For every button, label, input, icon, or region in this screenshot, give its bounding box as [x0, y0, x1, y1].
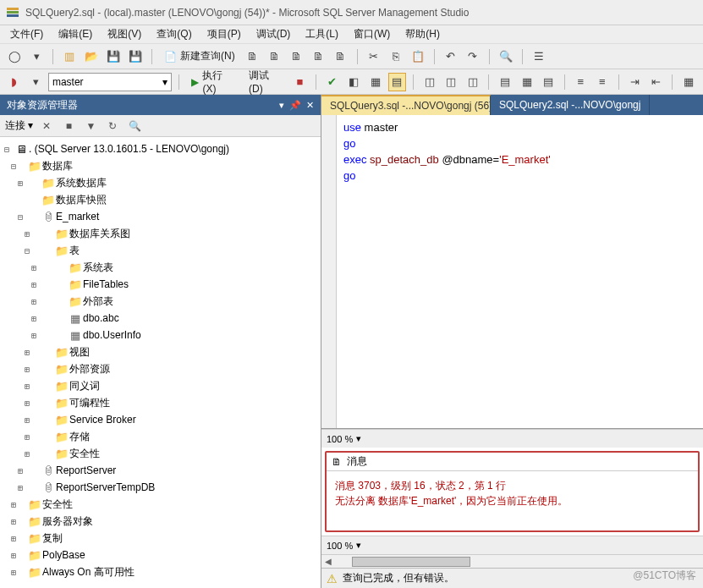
include-live-stats-icon[interactable]: ◫ — [464, 73, 481, 91]
menu-edit[interactable]: 编辑(E) — [52, 25, 99, 43]
code-editor[interactable]: use master go exec sp_detach_db @dbname=… — [321, 115, 703, 429]
save-icon[interactable]: 💾 — [104, 47, 123, 66]
intellisense-icon[interactable]: ▤ — [388, 73, 407, 91]
cut-icon[interactable]: ✂ — [365, 47, 383, 66]
messages-tab[interactable]: 🗎 消息 — [327, 453, 698, 471]
redo-icon[interactable]: ↷ — [464, 47, 482, 66]
debug-button[interactable]: 调试(D) — [244, 73, 288, 91]
results-grid-icon[interactable]: ▦ — [518, 73, 535, 91]
stop-icon[interactable]: ■ — [60, 118, 77, 135]
tree-views[interactable]: ⊞📁视图 — [0, 343, 321, 360]
tree-service-broker[interactable]: ⊞📁Service Broker — [0, 411, 321, 428]
menu-help[interactable]: 帮助(H) — [398, 25, 447, 43]
connect-dropdown[interactable]: 连接 ▾ — [5, 118, 33, 133]
tree-report-server-temp[interactable]: ⊞🛢ReportServerTempDB — [0, 479, 321, 496]
tab-sqlquery3[interactable]: SQLQuery3.sql -...NOVO\gongj (56))* — [321, 95, 491, 115]
specify-values-icon[interactable]: ▦ — [679, 73, 697, 91]
tree-sys-databases[interactable]: ⊞📁系统数据库 — [0, 174, 321, 191]
chevron-down-icon[interactable]: ▾ — [356, 540, 361, 551]
menu-tools[interactable]: 工具(L) — [299, 25, 345, 43]
tree-dbo-userinfo[interactable]: ⊞▦dbo.UserInfo — [0, 327, 321, 343]
menu-debug[interactable]: 调试(D) — [250, 25, 298, 43]
properties-icon[interactable]: ☰ — [530, 47, 548, 66]
tree-server-objects[interactable]: ⊞📁服务器对象 — [0, 513, 321, 530]
refresh-icon[interactable]: ↻ — [104, 118, 121, 135]
menu-view[interactable]: 视图(V) — [101, 25, 148, 43]
dmx-query-icon[interactable]: 🗎 — [310, 47, 328, 66]
results-file-icon[interactable]: ▤ — [539, 73, 557, 91]
object-explorer-title: 对象资源管理器 — [7, 98, 78, 113]
tree-external-tables[interactable]: ⊞📁外部表 — [0, 293, 321, 310]
new-project-icon[interactable]: ▥ — [60, 47, 79, 66]
tree-e-market[interactable]: ⊟🛢E_market — [0, 208, 321, 225]
zoom-value[interactable]: 100 % — [327, 434, 353, 444]
scroll-left-icon[interactable]: ◀ — [321, 557, 335, 566]
dropdown-icon[interactable]: ▾ — [279, 100, 284, 111]
tree-db-snapshots[interactable]: 📁数据库快照 — [0, 191, 321, 208]
tree-synonyms[interactable]: ⊞📁同义词 — [0, 377, 321, 394]
tree-polybase[interactable]: ⊞📁PolyBase — [0, 547, 321, 563]
play-icon: ▶ — [191, 76, 199, 88]
close-icon[interactable]: ✕ — [306, 100, 314, 111]
zoom-value[interactable]: 100 % — [327, 541, 353, 551]
nav-back-icon[interactable]: ◯ — [5, 47, 24, 66]
code-area[interactable]: use master go exec sp_detach_db @dbname=… — [337, 115, 703, 428]
comment-icon[interactable]: ≡ — [572, 73, 590, 91]
paste-icon[interactable]: 📋 — [409, 47, 427, 66]
tree-report-server[interactable]: ⊞🛢ReportServer — [0, 462, 321, 479]
copy-icon[interactable]: ⎘ — [387, 47, 405, 66]
indent-icon[interactable]: ⇥ — [626, 73, 644, 91]
tree-tables[interactable]: ⊟📁表 — [0, 242, 321, 259]
tab-sqlquery2[interactable]: SQLQuery2.sql -...NOVO\gongj — [491, 95, 650, 115]
include-plan-icon[interactable]: ◫ — [420, 73, 438, 91]
undo-icon[interactable]: ↶ — [442, 47, 460, 66]
save-all-icon[interactable]: 💾 — [126, 47, 145, 66]
object-explorer-tree[interactable]: ⊟🖥. (SQL Server 13.0.1601.5 - LENOVO\gon… — [0, 137, 321, 588]
nav-fwd-icon[interactable]: ▾ — [27, 47, 46, 66]
change-connection-icon[interactable]: ◗ — [5, 73, 23, 91]
execute-button[interactable]: ▶ 执行(X) — [186, 73, 240, 91]
tree-databases[interactable]: ⊟📁数据库 — [0, 157, 321, 174]
tree-alwayson[interactable]: ⊞📁Always On 高可用性 — [0, 563, 321, 580]
analysis-query-icon[interactable]: 🗎 — [266, 47, 284, 66]
chevron-down-icon[interactable]: ▾ — [356, 433, 361, 444]
cancel-exec-icon[interactable]: ■ — [291, 73, 309, 91]
menu-query[interactable]: 查询(Q) — [150, 25, 198, 43]
outdent-icon[interactable]: ⇤ — [647, 73, 665, 91]
tree-file-tables[interactable]: ⊞📁FileTables — [0, 276, 321, 293]
parse-icon[interactable]: ✔ — [323, 73, 341, 91]
scroll-thumb[interactable] — [352, 557, 470, 567]
database-combo[interactable]: master ▾ — [48, 73, 173, 91]
messages-body[interactable]: 消息 3703，级别 16，状态 2，第 1 行 无法分离 数据库'E_mark… — [327, 471, 698, 530]
menu-window[interactable]: 窗口(W) — [347, 25, 397, 43]
results-text-icon[interactable]: ▤ — [496, 73, 514, 91]
menu-project[interactable]: 项目(P) — [200, 25, 248, 43]
tree-replication[interactable]: ⊞📁复制 — [0, 530, 321, 547]
display-plan-icon[interactable]: ◧ — [345, 73, 363, 91]
disconnect-icon[interactable]: ✕ — [38, 118, 55, 135]
search-icon[interactable]: 🔍 — [126, 118, 143, 135]
horizontal-scrollbar[interactable]: ◀ — [321, 554, 703, 568]
mdx-query-icon[interactable]: 🗎 — [288, 47, 306, 66]
uncomment-icon[interactable]: ≡ — [593, 73, 611, 91]
tree-security[interactable]: ⊞📁安全性 — [0, 496, 321, 513]
tree-storage[interactable]: ⊞📁存储 — [0, 428, 321, 445]
tree-external-res[interactable]: ⊞📁外部资源 — [0, 360, 321, 377]
tree-dbo-abc[interactable]: ⊞▦dbo.abc — [0, 310, 321, 327]
db-engine-query-icon[interactable]: 🗎 — [244, 47, 262, 66]
tree-server-root[interactable]: ⊟🖥. (SQL Server 13.0.1601.5 - LENOVO\gon… — [0, 140, 321, 157]
find-icon[interactable]: 🔍 — [497, 47, 515, 66]
tree-programmability[interactable]: ⊞📁可编程性 — [0, 394, 321, 411]
filter-icon[interactable]: ▼ — [82, 118, 99, 135]
pin-icon[interactable]: 📌 — [289, 100, 301, 111]
menu-file[interactable]: 文件(F) — [3, 25, 50, 43]
tree-db-diagrams[interactable]: ⊞📁数据库关系图 — [0, 225, 321, 242]
xmla-query-icon[interactable]: 🗎 — [332, 47, 350, 66]
open-file-icon[interactable]: 📂 — [82, 47, 101, 66]
query-options-icon[interactable]: ▦ — [366, 73, 384, 91]
tree-sys-tables[interactable]: ⊞📁系统表 — [0, 259, 321, 276]
available-db-icon[interactable]: ▾ — [26, 73, 44, 91]
new-query-button[interactable]: 📄 新建查询(N) — [159, 47, 240, 66]
include-stats-icon[interactable]: ◫ — [442, 73, 459, 91]
tree-security-db[interactable]: ⊞📁安全性 — [0, 445, 321, 462]
